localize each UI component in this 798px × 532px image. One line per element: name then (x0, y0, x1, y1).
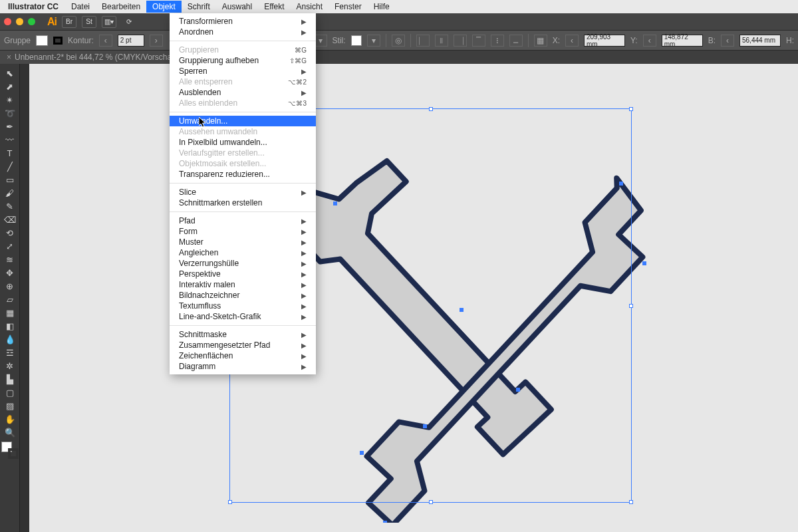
tool-mesh[interactable]: ▦ (1, 306, 19, 319)
menu-item-schnittmarken-erstellen[interactable]: Schnittmarken erstellen (170, 198, 316, 208)
tool-scale[interactable]: ⤢ (1, 239, 19, 253)
menu-auswahl[interactable]: Auswahl (216, 1, 258, 13)
menu-item-diagramm[interactable]: Diagramm▶ (170, 361, 316, 372)
align-right-icon[interactable]: ⎹ (454, 35, 467, 47)
document-tab[interactable]: × Unbenannt-2* bei 444,72 % (CMYK/Vorsch… (0, 51, 186, 64)
fill-stroke-control[interactable] (1, 442, 19, 459)
stroke-decrement-button[interactable]: ‹ (99, 35, 112, 47)
selection-handle-tr[interactable] (629, 107, 633, 111)
app-name[interactable]: Illustrator CC (8, 2, 59, 11)
tool-free-transform[interactable]: ✥ (1, 266, 19, 279)
tool-pencil[interactable]: ✎ (1, 200, 19, 213)
tool-blend[interactable]: ☲ (1, 346, 19, 359)
stroke-swatch[interactable] (53, 37, 63, 45)
menu-item-zeichenfl-chen[interactable]: Zeichenflächen▶ (170, 350, 316, 361)
tool-selection[interactable]: ⬉ (1, 66, 19, 80)
x-field[interactable]: 209,903 mm (584, 35, 625, 47)
tool-shape-builder[interactable]: ⊕ (1, 279, 19, 293)
tool-gradient[interactable]: ◧ (1, 319, 19, 332)
close-window-icon[interactable] (4, 18, 11, 25)
menu-item-sperren[interactable]: Sperren▶ (170, 66, 316, 76)
tool-line[interactable]: ╱ (1, 160, 19, 173)
align-left-icon[interactable]: ⎸ (416, 35, 430, 47)
menu-item-schnittmaske[interactable]: Schnittmaske▶ (170, 329, 316, 340)
tool-rotate[interactable]: ⟲ (1, 226, 19, 239)
canvas[interactable] (29, 64, 798, 532)
style-dropdown-icon[interactable]: ▾ (367, 35, 380, 47)
tool-type[interactable]: T (1, 146, 19, 160)
menu-fenster[interactable]: Fenster (329, 1, 368, 13)
selection-handle-bc[interactable] (429, 500, 433, 504)
menu-item-zusammengesetzter-pfad[interactable]: Zusammengesetzter Pfad▶ (170, 340, 316, 350)
menu-hilfe[interactable]: Hilfe (368, 1, 396, 13)
menu-item-line-and-sketch-grafik[interactable]: Line-and-Sketch-Grafik▶ (170, 311, 316, 322)
tool-curvature[interactable]: 〰 (1, 133, 19, 146)
stroke-increment-button[interactable]: › (150, 35, 163, 47)
y-field[interactable]: 148,872 mm (662, 35, 703, 47)
menu-item-transformieren[interactable]: Transformieren▶ (170, 16, 316, 27)
tool-perspective[interactable]: ▱ (1, 293, 19, 306)
tool-lasso[interactable]: ➰ (1, 106, 19, 120)
menu-item-verzerrungsh-lle[interactable]: Verzerrungshülle▶ (170, 258, 316, 269)
menu-objekt[interactable]: Objekt (146, 1, 182, 13)
bridge-icon[interactable]: Br (62, 16, 76, 28)
stroke-swatch-icon[interactable] (8, 448, 19, 459)
sync-icon[interactable]: ⟳ (122, 16, 136, 28)
align-top-icon[interactable]: ⎺ (472, 35, 485, 47)
menu-item-form[interactable]: Form▶ (170, 226, 316, 237)
tool-rectangle[interactable]: ▭ (1, 173, 19, 186)
selection-handle-tc[interactable] (429, 107, 433, 111)
menu-item-textumfluss[interactable]: Textumfluss▶ (170, 301, 316, 311)
selection-handle-br[interactable] (629, 500, 633, 504)
align-middle-icon[interactable]: ⫶ (491, 35, 504, 47)
tool-graph[interactable]: ▙ (1, 372, 19, 386)
menu-item-anordnen[interactable]: Anordnen▶ (170, 27, 316, 37)
menu-item-pfad[interactable]: Pfad▶ (170, 215, 316, 226)
w-field[interactable]: 56,444 mm (739, 35, 781, 47)
menu-item-muster[interactable]: Muster▶ (170, 237, 316, 247)
tool-width[interactable]: ≋ (1, 253, 19, 266)
zoom-window-icon[interactable] (28, 18, 35, 25)
fill-swatch[interactable] (36, 35, 48, 46)
arrange-documents-icon[interactable]: ▥▾ (102, 16, 116, 28)
minimize-window-icon[interactable] (16, 18, 23, 25)
menu-schrift[interactable]: Schrift (182, 1, 216, 13)
tool-direct-selection[interactable]: ⬈ (1, 80, 19, 93)
close-tab-icon[interactable]: × (7, 53, 11, 62)
menu-item-slice[interactable]: Slice▶ (170, 187, 316, 198)
menu-item-perspektive[interactable]: Perspektive▶ (170, 269, 316, 279)
tool-pen[interactable]: ✒ (1, 120, 19, 133)
transform-icon[interactable]: ▦ (534, 35, 547, 47)
tool-hand[interactable]: ✋ (1, 412, 19, 426)
menu-bearbeiten[interactable]: Bearbeiten (96, 1, 146, 13)
tool-eyedropper[interactable]: 💧 (1, 332, 19, 346)
menu-datei[interactable]: Datei (65, 1, 96, 13)
x-decrement-button[interactable]: ‹ (565, 35, 579, 47)
tool-magic-wand[interactable]: ✴ (1, 93, 19, 106)
selection-handle-mr[interactable] (629, 304, 633, 308)
menu-item-umwandeln[interactable]: Umwandeln... (170, 116, 316, 126)
menu-item-bildnachzeichner[interactable]: Bildnachzeichner▶ (170, 290, 316, 301)
tool-brush[interactable]: 🖌 (1, 186, 19, 200)
recolor-icon[interactable]: ◎ (392, 35, 405, 47)
menu-item-transparenz-reduzieren[interactable]: Transparenz reduzieren... (170, 169, 316, 180)
menu-item-interaktiv-malen[interactable]: Interaktiv malen▶ (170, 279, 316, 290)
w-decrement-button[interactable]: ‹ (721, 35, 734, 47)
y-decrement-button[interactable]: ‹ (643, 35, 656, 47)
tool-artboard[interactable]: ▢ (1, 386, 19, 399)
menu-effekt[interactable]: Effekt (258, 1, 290, 13)
style-swatch[interactable] (351, 35, 362, 46)
align-center-icon[interactable]: ⫴ (435, 35, 448, 47)
menu-item-in-pixelbild-umwandeln[interactable]: In Pixelbild umwandeln... (170, 137, 316, 148)
selection-handle-bl[interactable] (228, 500, 232, 504)
tool-eraser[interactable]: ⌫ (1, 213, 19, 226)
menu-item-gruppierung-aufheben[interactable]: Gruppierung aufheben⇧⌘G (170, 55, 316, 66)
stock-icon[interactable]: St (82, 16, 96, 28)
tool-zoom[interactable]: 🔍 (1, 426, 19, 439)
align-bottom-icon[interactable]: ⎽ (509, 35, 523, 47)
menu-item-angleichen[interactable]: Angleichen▶ (170, 247, 316, 258)
tool-slice[interactable]: ▨ (1, 399, 19, 412)
menu-ansicht[interactable]: Ansicht (291, 1, 329, 13)
menu-item-ausblenden[interactable]: Ausblenden▶ (170, 87, 316, 98)
stroke-weight-field[interactable]: 2 pt (118, 35, 144, 47)
